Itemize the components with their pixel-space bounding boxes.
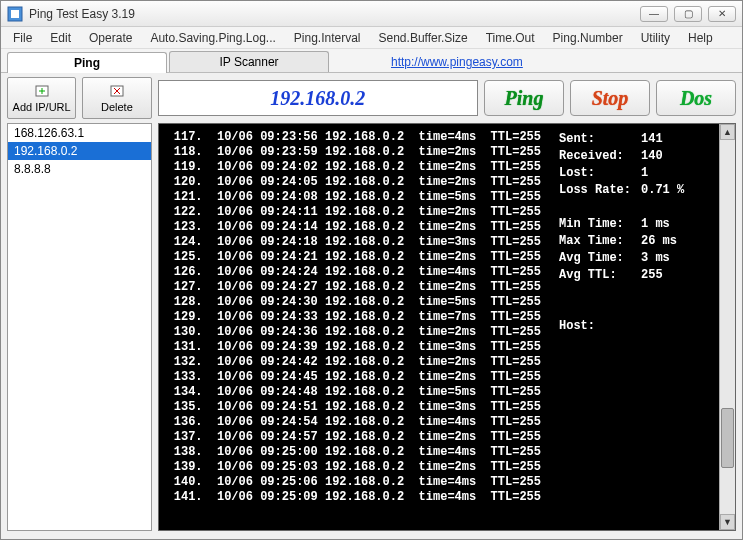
- sent-label: Sent:: [559, 132, 639, 147]
- host-value: [641, 319, 692, 334]
- lossrate-label: Loss Rate:: [559, 183, 639, 198]
- ip-list-item[interactable]: 8.8.8.8: [8, 160, 151, 178]
- add-icon: [34, 83, 50, 99]
- menu-item-ping-number[interactable]: Ping.Number: [545, 29, 631, 47]
- ip-list-item[interactable]: 192.168.0.2: [8, 142, 151, 160]
- lossrate-value: 0.71 %: [641, 183, 692, 198]
- lost-value: 1: [641, 166, 692, 181]
- menu-item-file[interactable]: File: [5, 29, 40, 47]
- add-ip-label: Add IP/URL: [13, 101, 71, 113]
- ip-list-item[interactable]: 168.126.63.1: [8, 124, 151, 142]
- menu-item-time-out[interactable]: Time.Out: [478, 29, 543, 47]
- current-ip-display[interactable]: 192.168.0.2: [158, 80, 478, 116]
- min-value: 1 ms: [641, 217, 692, 232]
- menu-item-auto-saving-ping-log-[interactable]: Auto.Saving.Ping.Log...: [142, 29, 283, 47]
- menubar: FileEditOperateAuto.Saving.Ping.Log...Pi…: [1, 27, 742, 49]
- right-panel: 192.168.0.2 Ping Stop Dos 117. 10/06 09:…: [158, 77, 736, 531]
- scroll-thumb[interactable]: [721, 408, 734, 468]
- homepage-link[interactable]: http://www.pingeasy.com: [371, 52, 543, 72]
- console: 117. 10/06 09:23:56 192.168.0.2 time=4ms…: [158, 123, 736, 531]
- host-label: Host:: [559, 319, 639, 334]
- ping-button[interactable]: Ping: [484, 80, 564, 116]
- minimize-button[interactable]: —: [640, 6, 668, 22]
- log-output: 117. 10/06 09:23:56 192.168.0.2 time=4ms…: [159, 124, 549, 530]
- recv-value: 140: [641, 149, 692, 164]
- sent-value: 141: [641, 132, 692, 147]
- add-ip-button[interactable]: Add IP/URL: [7, 77, 76, 119]
- lost-label: Lost:: [559, 166, 639, 181]
- max-label: Max Time:: [559, 234, 639, 249]
- console-scrollbar[interactable]: ▲ ▼: [719, 124, 735, 530]
- min-label: Min Time:: [559, 217, 639, 232]
- avgttl-label: Avg TTL:: [559, 268, 639, 283]
- svg-rect-1: [11, 10, 19, 18]
- left-panel: Add IP/URL Delete 168.126.63.1192.168.0.…: [7, 77, 152, 531]
- titlebar: Ping Test Easy 3.19 — ▢ ✕: [1, 1, 742, 27]
- menu-item-ping-interval[interactable]: Ping.Interval: [286, 29, 369, 47]
- menu-item-utility[interactable]: Utility: [633, 29, 678, 47]
- close-button[interactable]: ✕: [708, 6, 736, 22]
- recv-label: Received:: [559, 149, 639, 164]
- menu-item-edit[interactable]: Edit: [42, 29, 79, 47]
- stop-button[interactable]: Stop: [570, 80, 650, 116]
- scroll-up-arrow[interactable]: ▲: [720, 124, 735, 140]
- dos-button[interactable]: Dos: [656, 80, 736, 116]
- ip-list[interactable]: 168.126.63.1192.168.0.28.8.8.8: [7, 123, 152, 531]
- stats-panel: Sent:141 Received:140 Lost:1 Loss Rate:0…: [549, 124, 719, 530]
- tab-ping[interactable]: Ping: [7, 52, 167, 73]
- max-value: 26 ms: [641, 234, 692, 249]
- tab-ipscanner[interactable]: IP Scanner: [169, 51, 329, 72]
- maximize-button[interactable]: ▢: [674, 6, 702, 22]
- window-title: Ping Test Easy 3.19: [29, 7, 640, 21]
- tabbar: Ping IP Scanner http://www.pingeasy.com: [1, 49, 742, 73]
- delete-label: Delete: [101, 101, 133, 113]
- menu-item-operate[interactable]: Operate: [81, 29, 140, 47]
- menu-item-help[interactable]: Help: [680, 29, 721, 47]
- app-icon: [7, 6, 23, 22]
- delete-icon: [109, 83, 125, 99]
- avg-label: Avg Time:: [559, 251, 639, 266]
- menu-item-send-buffer-size[interactable]: Send.Buffer.Size: [371, 29, 476, 47]
- scroll-down-arrow[interactable]: ▼: [720, 514, 735, 530]
- avg-value: 3 ms: [641, 251, 692, 266]
- delete-button[interactable]: Delete: [82, 77, 151, 119]
- avgttl-value: 255: [641, 268, 692, 283]
